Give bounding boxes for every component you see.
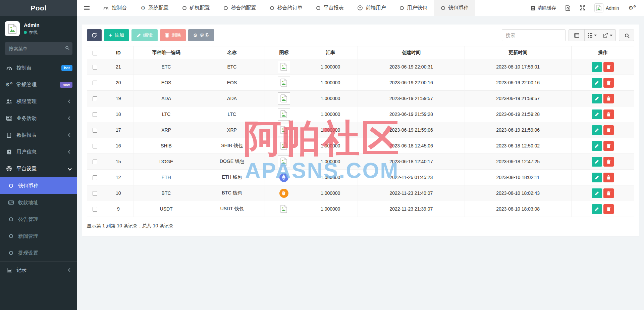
sidebar-item-platform-settings[interactable]: 平台设置	[0, 160, 77, 177]
cell-updated: 2023-06-19 22:00:16	[465, 75, 571, 91]
tab-user-wallets[interactable]: 用户钱包	[393, 0, 434, 16]
tab-miner-config[interactable]: 矿机配置	[175, 0, 217, 16]
circle-icon	[316, 6, 320, 10]
sidebar-toggle-button[interactable]	[77, 0, 96, 16]
row-edit-button[interactable]	[592, 78, 602, 88]
row-delete-button[interactable]	[603, 204, 614, 214]
pencil-icon	[595, 65, 599, 69]
tab-platform-reports[interactable]: 平台报表	[309, 0, 351, 16]
toggle-view-button[interactable]	[569, 30, 584, 41]
tab-seconds-contract-orders[interactable]: 秒合约订单	[263, 0, 309, 16]
select-all-checkbox[interactable]	[93, 51, 97, 55]
sidebar-item-label: 平台设置	[16, 166, 37, 172]
row-delete-button[interactable]	[603, 109, 614, 119]
sidebar-item-news[interactable]: 新闻管理	[0, 228, 77, 245]
sidebar-item-permissions[interactable]: 权限管理	[0, 93, 77, 110]
row-edit-button[interactable]	[592, 94, 602, 103]
menu-search-input[interactable]	[5, 42, 72, 55]
cell-rate: 1.000000	[303, 75, 358, 91]
circle-icon	[400, 6, 404, 10]
sidebar-item-records[interactable]: 记录	[0, 262, 77, 278]
row-checkbox[interactable]	[93, 128, 97, 133]
cell-code: LTC	[133, 106, 199, 122]
row-delete-button[interactable]	[603, 157, 614, 167]
broken-image-icon	[278, 108, 290, 121]
cell-name: BTC 钱包	[199, 185, 265, 201]
user-menu[interactable]: Admin	[594, 3, 619, 12]
tab-label: 系统配置	[148, 5, 168, 11]
clear-cache-button[interactable]: 清除缓存	[531, 5, 556, 11]
row-edit-button[interactable]	[592, 109, 602, 119]
sidebar-item-wallet-currency[interactable]: 钱包币种	[0, 177, 77, 194]
chevron-left-icon	[68, 116, 71, 120]
sidebar-item-label: 收款地址	[18, 200, 38, 206]
row-checkbox[interactable]	[93, 112, 97, 117]
sidebar-item-announcements[interactable]: 公告管理	[0, 211, 77, 228]
row-delete-button[interactable]	[603, 62, 614, 72]
row-edit-button[interactable]	[592, 188, 602, 198]
settings-button[interactable]: ⚙⚙	[629, 5, 636, 11]
cell-created: 2023-06-19 22:00:31	[358, 59, 465, 75]
cell-name: XRP	[199, 122, 265, 138]
add-button[interactable]: + 添加	[104, 29, 129, 41]
row-edit-button[interactable]	[592, 204, 602, 214]
columns-button[interactable]	[584, 30, 600, 41]
tab-dashboard[interactable]: 控制台	[96, 0, 134, 16]
header-icon: 图标	[265, 46, 303, 59]
user-panel: Admin 在线	[0, 16, 77, 40]
sidebar-item-userinfo[interactable]: 用户信息	[0, 143, 77, 160]
trash-icon	[165, 33, 169, 38]
cell-created: 2022-11-23 21:40:07	[358, 185, 465, 201]
tab-label: 控制台	[112, 5, 127, 11]
cell-rate: 1.000000	[303, 138, 358, 154]
sidebar-item-general[interactable]: ⚙⚙ 常规管理 new	[0, 76, 77, 93]
cell-code: DOGE	[133, 154, 199, 170]
row-delete-button[interactable]	[603, 141, 614, 151]
row-delete-button[interactable]	[603, 125, 614, 135]
delete-button[interactable]: 删除	[160, 29, 186, 41]
tab-frontend-users[interactable]: 前端用户	[351, 0, 393, 16]
sidebar-item-withdrawal-settings[interactable]: 提现设置	[0, 245, 77, 261]
tab-wallet-currency[interactable]: 钱包币种	[434, 0, 475, 16]
sidebar-item-label: 权限管理	[16, 98, 37, 105]
row-edit-button[interactable]	[592, 157, 602, 167]
row-delete-button[interactable]	[603, 94, 614, 103]
row-edit-button[interactable]	[592, 125, 602, 135]
row-delete-button[interactable]	[603, 188, 614, 198]
row-delete-button[interactable]	[603, 78, 614, 88]
refresh-button[interactable]	[87, 29, 102, 41]
trash-icon	[607, 96, 610, 101]
row-edit-button[interactable]	[592, 62, 602, 72]
row-delete-button[interactable]	[603, 173, 614, 182]
advanced-search-button[interactable]	[619, 30, 634, 41]
row-checkbox[interactable]	[93, 191, 97, 196]
row-edit-button[interactable]	[592, 173, 602, 182]
sidebar-item-reports[interactable]: 数据报表	[0, 127, 77, 143]
more-button[interactable]: ⚙ 更多	[188, 29, 214, 41]
log-button[interactable]	[566, 5, 571, 11]
row-checkbox[interactable]	[93, 96, 97, 101]
sidebar-item-dashboard[interactable]: 控制台 hot	[0, 59, 77, 76]
header-actions: 操作	[571, 46, 634, 59]
fullscreen-button[interactable]	[580, 5, 585, 10]
table-search-input[interactable]	[502, 29, 566, 41]
trash-icon	[607, 175, 610, 180]
row-checkbox[interactable]	[93, 81, 97, 85]
cell-code: ETC	[133, 59, 199, 75]
clear-cache-label: 清除缓存	[537, 5, 556, 11]
tab-seconds-contract-config[interactable]: 秒合约配置	[217, 0, 263, 16]
trash-icon	[607, 112, 610, 117]
row-checkbox[interactable]	[93, 175, 97, 180]
row-edit-button[interactable]	[592, 141, 602, 151]
row-checkbox[interactable]	[93, 65, 97, 70]
sidebar-item-payment-address[interactable]: 收款地址	[0, 194, 77, 211]
export-button[interactable]	[600, 30, 615, 41]
broken-image-icon	[278, 156, 290, 168]
row-checkbox[interactable]	[93, 160, 97, 164]
table-row: 9USDTUSDT 钱包1.0000002022-11-23 21:39:072…	[87, 201, 634, 217]
tab-system-config[interactable]: ⚙ 系统配置	[134, 0, 175, 16]
edit-button[interactable]: 编辑	[131, 29, 158, 41]
sidebar-item-business[interactable]: 业务活动	[0, 110, 77, 127]
row-checkbox[interactable]	[93, 207, 97, 212]
row-checkbox[interactable]	[93, 144, 97, 148]
